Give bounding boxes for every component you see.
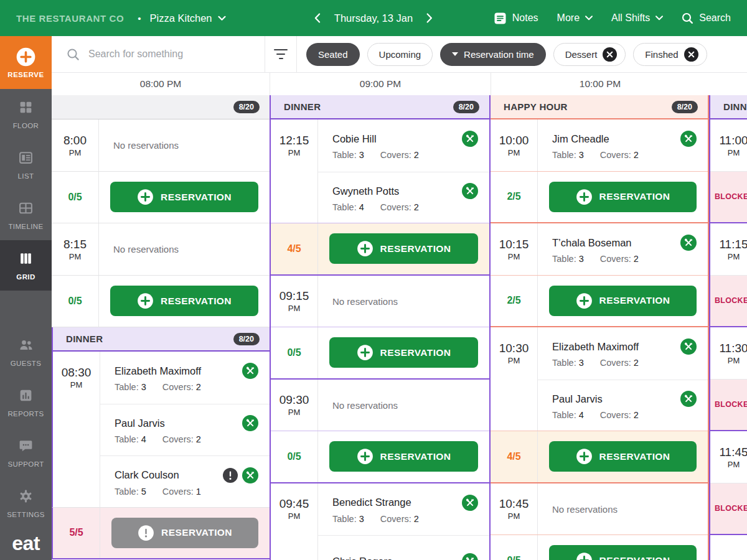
reservation-details: Table: 3Covers: 2 — [552, 254, 697, 264]
add-reservation-button[interactable]: RESERVATION — [549, 441, 697, 472]
notes-button[interactable]: Notes — [494, 12, 538, 25]
chip-label: Upcoming — [379, 49, 421, 60]
sidebar-item-reports[interactable]: REPORTS — [0, 377, 52, 427]
sidebar-item-label: SUPPORT — [7, 460, 44, 468]
time-slot: 11:45PM — [710, 431, 747, 483]
capacity-count: 0/5 — [52, 172, 99, 223]
filter-chip-upcoming[interactable]: Upcoming — [367, 43, 433, 66]
add-reservation-button[interactable]: RESERVATION — [549, 286, 697, 316]
reservation-card[interactable]: Chris Rogers — [318, 535, 489, 560]
sidebar-item-floor[interactable]: FLOOR — [0, 89, 52, 139]
table-label: Table: — [115, 434, 141, 444]
reservation-button-wrap: RESERVATION — [538, 172, 708, 223]
reservation-card[interactable]: Paul JarvisTable: 4Covers: 2 — [100, 404, 270, 456]
seated-status-icon[interactable] — [680, 131, 697, 147]
seated-status-icon[interactable] — [680, 235, 697, 251]
seated-status-icon[interactable] — [242, 363, 258, 379]
slot-time-inner: 12:15PM — [271, 119, 317, 172]
eat-logo: eat — [0, 532, 52, 555]
reservation-card[interactable]: Cobie HillTable: 3Covers: 2 — [318, 119, 489, 172]
venue-switcher[interactable]: Pizza Kitchen — [150, 12, 226, 24]
reservation-full-button[interactable]: RESERVATION — [111, 518, 258, 548]
time-slot: 10:00PMJim CheadleTable: 3Covers: 2 — [491, 119, 708, 172]
seated-status-icon[interactable] — [680, 391, 697, 407]
slot-time-meridiem: PM — [69, 148, 82, 157]
add-reservation-button[interactable]: RESERVATION — [329, 233, 478, 264]
reservation-card[interactable]: Jim CheadleTable: 3Covers: 2 — [538, 119, 708, 172]
add-reservation-button[interactable]: RESERVATION — [549, 182, 697, 212]
shift-filter-dropdown[interactable]: All Shifts — [611, 12, 663, 24]
reservation-status-icons — [680, 391, 697, 407]
plus-icon — [357, 344, 374, 361]
main-content: SeatedUpcomingReservation timeDessertFin… — [52, 36, 747, 560]
sidebar-item-guests[interactable]: GUESTS — [0, 327, 52, 377]
capacity-row: 4/5RESERVATION — [271, 223, 489, 276]
blocked-row: BLOCKED — [710, 276, 747, 328]
reserve-button[interactable]: RESERVE — [0, 36, 52, 89]
reservation-card[interactable]: Gwyneth PottsTable: 4Covers: 2 — [318, 172, 489, 224]
seated-status-icon[interactable] — [462, 131, 478, 147]
top-bar: THE RESTAURANT CO • Pizza Kitchen Thursd… — [0, 0, 747, 36]
sidebar-item-list[interactable]: LIST — [0, 139, 52, 190]
seated-status-icon[interactable] — [242, 415, 258, 431]
sidebar-item-settings[interactable]: SETTINGS — [0, 478, 52, 528]
reservation-button-label: RESERVATION — [161, 296, 232, 307]
filter-chip-seated[interactable]: Seated — [306, 43, 360, 66]
sidebar-item-support[interactable]: SUPPORT — [0, 427, 52, 478]
time-slot: 12:15PMCobie HillTable: 3Covers: 2Gwynet… — [271, 119, 489, 223]
add-reservation-button[interactable]: RESERVATION — [110, 286, 258, 316]
plus-icon — [576, 189, 593, 205]
slot-time-meridiem: PM — [508, 252, 520, 261]
next-day-button[interactable] — [426, 13, 433, 23]
seated-status-icon[interactable] — [242, 467, 258, 483]
covers-value: 2 — [196, 434, 201, 444]
time-slot: 11:00PM — [710, 119, 747, 172]
current-date[interactable]: Thursday, 13 Jan — [334, 12, 413, 24]
prev-day-button[interactable] — [314, 13, 321, 23]
reservation-card[interactable]: T’chala BosemanTable: 3Covers: 2 — [538, 223, 708, 276]
reservation-card[interactable]: Elizabeth MaximoffTable: 3Covers: 2 — [538, 327, 708, 380]
add-reservation-button[interactable]: RESERVATION — [110, 182, 258, 212]
sidebar: RESERVE FLOORLISTTIMELINEGRIDGUESTSREPOR… — [0, 36, 52, 560]
seated-status-icon[interactable] — [462, 495, 478, 511]
section-header-happy-hour: HAPPY HOUR8/20 — [491, 95, 708, 119]
slot-time-inner: 8:00PM — [52, 119, 98, 172]
capacity-count: 0/5 — [52, 276, 99, 327]
seated-status-icon[interactable] — [680, 338, 697, 355]
close-icon[interactable] — [684, 47, 698, 62]
time-slot: 10:15PMT’chala BosemanTable: 3Covers: 2 — [491, 223, 708, 276]
reservation-status-icons — [462, 131, 478, 147]
no-reservations-text: No reservations — [552, 504, 697, 515]
capacity-badge: 8/20 — [233, 333, 260, 345]
reservation-details: Table: 4Covers: 2 — [115, 434, 258, 444]
section-header: 8/20 — [52, 95, 270, 119]
seated-status-icon[interactable] — [462, 553, 478, 560]
reservation-button-wrap: RESERVATION — [538, 431, 708, 482]
seated-status-icon[interactable] — [462, 183, 478, 199]
search-input[interactable] — [88, 49, 244, 60]
add-reservation-button[interactable]: RESERVATION — [329, 337, 478, 368]
reservation-card[interactable]: Paul JarvisTable: 4Covers: 2 — [538, 380, 708, 432]
close-icon[interactable] — [603, 47, 617, 62]
slot-time-text: 8:15 — [63, 238, 87, 251]
time-slot: 10:30PMElizabeth MaximoffTable: 3Covers:… — [491, 327, 708, 431]
filter-chip-dessert[interactable]: Dessert — [553, 43, 626, 66]
slot-time: 11:00PM — [710, 119, 747, 171]
reservation-card[interactable]: Clark CoulsonTable: 5Covers: 1 — [100, 455, 270, 508]
filter-chip-reservation-time[interactable]: Reservation time — [440, 43, 546, 66]
add-reservation-button[interactable]: RESERVATION — [549, 545, 697, 560]
global-search-button[interactable]: Search — [682, 12, 731, 24]
time-slot: 09:15PMNo reservations — [271, 276, 489, 328]
sidebar-item-timeline[interactable]: TIMELINE — [0, 190, 52, 240]
filter-chip-finshed[interactable]: Finshed — [633, 43, 707, 66]
capacity-row: 2/5RESERVATION — [491, 172, 708, 224]
add-reservation-button[interactable]: RESERVATION — [329, 441, 478, 472]
slot-content: No reservations — [318, 380, 489, 431]
sidebar-item-grid[interactable]: GRID — [0, 240, 52, 291]
reservation-card[interactable]: Elizabeth MaximoffTable: 3Covers: 2 — [100, 352, 270, 404]
filter-icon[interactable] — [274, 49, 288, 60]
sidebar-spacer — [0, 291, 52, 327]
search-icon — [682, 12, 693, 24]
more-menu[interactable]: More — [557, 12, 593, 24]
reservation-card[interactable]: Benedict StrangeTable: 3Covers: 2 — [318, 483, 489, 536]
